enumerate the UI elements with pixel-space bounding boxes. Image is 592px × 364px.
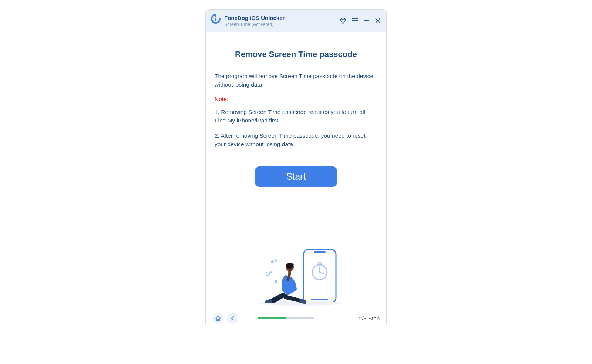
step-indicator: 2/3 Step <box>359 315 380 321</box>
minimize-icon[interactable] <box>363 17 370 24</box>
svg-point-21 <box>275 280 278 283</box>
diamond-icon[interactable] <box>339 17 347 25</box>
home-button[interactable] <box>212 313 223 324</box>
app-subtitle: Screen Time (Activated) <box>224 22 339 27</box>
note-2: 2. After removing Screen Time passcode, … <box>215 131 377 149</box>
titlebar: FoneDog iOS Unlocker Screen Time (Activa… <box>206 10 386 32</box>
svg-point-20 <box>270 271 272 273</box>
app-logo-icon <box>211 14 221 24</box>
intro-text: The program will remove Screen Time pass… <box>215 72 377 89</box>
svg-rect-8 <box>303 249 336 303</box>
window-controls <box>339 17 381 25</box>
footer-nav: 2/3 Step <box>206 309 386 327</box>
svg-point-0 <box>215 16 216 17</box>
progress-seg-2 <box>286 317 314 319</box>
start-button[interactable]: Start <box>255 166 337 187</box>
menu-icon[interactable] <box>352 17 359 24</box>
title-text-block: FoneDog iOS Unlocker Screen Time (Activa… <box>224 15 339 27</box>
illustration <box>215 187 377 310</box>
page-title: Remove Screen Time passcode <box>215 50 377 59</box>
app-title: FoneDog iOS Unlocker <box>224 15 339 21</box>
progress-seg-3 <box>314 317 342 319</box>
progress-seg-1 <box>258 317 286 319</box>
progress-bar <box>258 317 342 319</box>
back-button[interactable] <box>227 313 238 324</box>
close-icon[interactable] <box>374 17 381 24</box>
app-window: FoneDog iOS Unlocker Screen Time (Activa… <box>205 9 387 327</box>
note-1: 1. Removing Screen Time passcode require… <box>215 108 377 125</box>
svg-point-17 <box>271 260 274 263</box>
svg-rect-9 <box>314 251 326 253</box>
svg-point-19 <box>266 272 270 276</box>
note-label: Note: <box>215 96 377 102</box>
svg-point-18 <box>275 259 277 262</box>
svg-rect-1 <box>215 18 216 21</box>
main-content: Remove Screen Time passcode The program … <box>206 32 386 309</box>
